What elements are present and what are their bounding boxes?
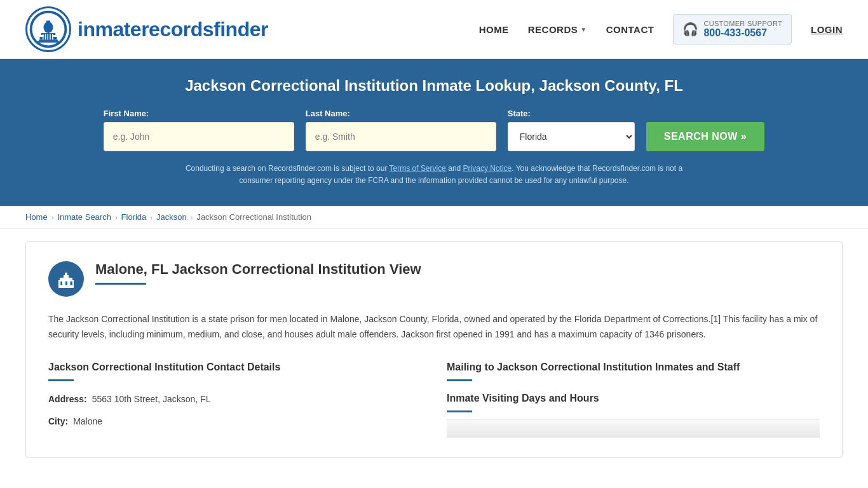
logo-text: inmaterecordsfinder [78,18,268,41]
first-name-label: First Name: [104,109,149,118]
breadcrumb-sep-3: › [150,214,153,221]
breadcrumb-jackson[interactable]: Jackson [156,212,187,222]
svg-rect-8 [50,34,51,40]
visiting-underline [447,410,472,412]
content-card: Malone, FL Jackson Correctional Institut… [25,241,843,458]
svg-rect-22 [65,281,66,285]
privacy-link[interactable]: Privacy Notice [463,164,512,173]
last-name-group: Last Name: [306,109,496,151]
headset-icon: 🎧 [682,22,698,37]
nav-home[interactable]: HOME [479,24,509,35]
first-name-group: First Name: [104,109,294,151]
breadcrumb-current: Jackson Correctional Institution [196,212,311,222]
support-phone: 800-433-0567 [703,27,782,39]
two-col-section: Jackson Correctional Institution Contact… [48,362,820,438]
first-name-input[interactable] [104,122,294,151]
city-value: Malone [73,415,102,428]
disclaimer-text: Conducting a search on Recordsfinder.com… [173,163,695,187]
svg-rect-24 [71,281,71,285]
logo-icon [25,6,71,52]
terms-link[interactable]: Terms of Service [390,164,446,173]
breadcrumb-florida[interactable]: Florida [121,212,147,222]
description-text: The Jackson Correctional Institution is … [48,312,820,342]
state-select[interactable]: Florida Alabama Georgia [508,122,635,151]
nav-records[interactable]: RECORDS ▼ [528,24,587,35]
city-row: City: Malone [48,415,421,428]
support-text: CUSTOMER SUPPORT 800-433-0567 [703,20,782,39]
state-label: State: [508,109,531,118]
facility-icon [48,261,84,297]
breadcrumb-sep-2: › [115,214,118,221]
breadcrumb-home[interactable]: Home [25,212,48,222]
svg-rect-12 [46,21,50,22]
nav-contact[interactable]: CONTACT [606,24,654,35]
svg-rect-13 [39,40,58,41]
search-banner: Jackson Correctional Institution Inmate … [0,59,868,206]
contact-section: Jackson Correctional Institution Contact… [48,362,421,438]
scrollable-hint [447,419,820,438]
city-label: City: [48,415,68,428]
card-title: Malone, FL Jackson Correctional Institut… [95,261,421,278]
mailing-section-underline [447,379,472,381]
svg-rect-14 [37,41,60,43]
state-group: State: Florida Alabama Georgia [508,109,635,151]
contact-section-underline [48,379,74,381]
search-button[interactable]: SEARCH NOW » [646,122,764,151]
customer-support-box[interactable]: 🎧 CUSTOMER SUPPORT 800-433-0567 [673,14,792,44]
svg-rect-7 [48,34,49,40]
svg-rect-6 [45,34,46,40]
breadcrumb: Home › Inmate Search › Florida › Jackson… [0,206,868,229]
mailing-section: Mailing to Jackson Correctional Institut… [447,362,820,438]
logo-area: inmaterecordsfinder [25,6,268,52]
breadcrumb-inmate-search[interactable]: Inmate Search [57,212,111,222]
svg-rect-20 [60,281,61,285]
breadcrumb-sep-1: › [51,214,54,221]
main-content: Malone, FL Jackson Correctional Institut… [0,229,868,477]
card-title-area: Malone, FL Jackson Correctional Institut… [48,261,820,297]
address-label: Address: [48,393,87,406]
search-form: First Name: Last Name: State: Florida Al… [25,109,843,151]
visiting-title: Inmate Visiting Days and Hours [447,393,820,404]
site-header: inmaterecordsfinder HOME RECORDS ▼ CONTA… [0,0,868,59]
support-label: CUSTOMER SUPPORT [703,20,782,27]
svg-rect-18 [65,273,67,276]
last-name-input[interactable] [306,122,496,151]
nav-login[interactable]: LOGIN [811,24,843,35]
title-underline [95,283,146,285]
address-value: 5563 10th Street, Jackson, FL [92,393,211,406]
mailing-section-title: Mailing to Jackson Correctional Institut… [447,362,820,373]
svg-rect-5 [43,34,44,40]
last-name-label: Last Name: [306,109,350,118]
main-nav: HOME RECORDS ▼ CONTACT 🎧 CUSTOMER SUPPOR… [479,14,843,44]
address-row: Address: 5563 10th Street, Jackson, FL [48,393,421,406]
title-text-area: Malone, FL Jackson Correctional Institut… [95,261,421,285]
svg-rect-9 [52,34,53,40]
breadcrumb-sep-4: › [191,214,193,221]
contact-section-title: Jackson Correctional Institution Contact… [48,362,421,373]
chevron-down-icon: ▼ [580,26,587,33]
page-heading: Jackson Correctional Institution Inmate … [25,77,843,95]
